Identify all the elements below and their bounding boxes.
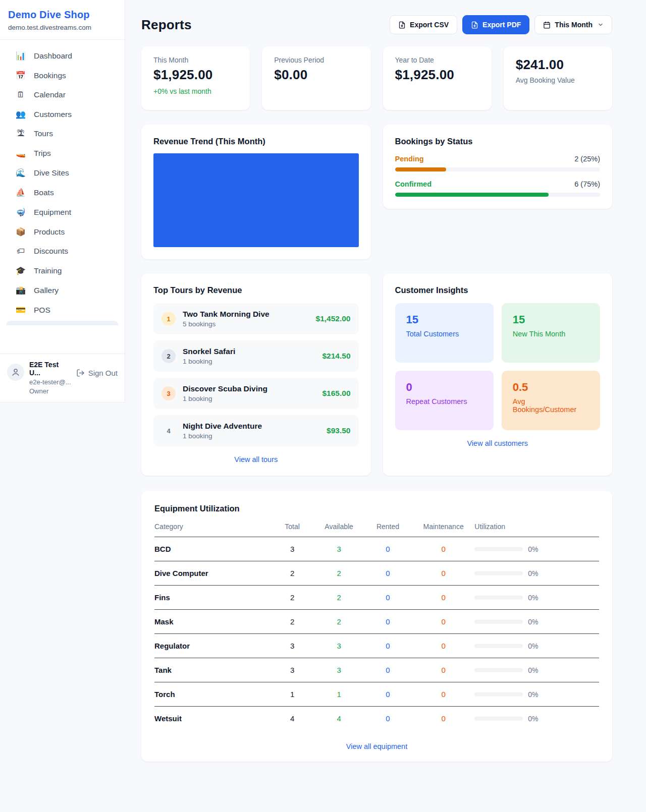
top-tours-card: Top Tours by Revenue 1 Two Tank Morning … xyxy=(141,273,371,476)
calendar-icon xyxy=(543,21,551,29)
sidebar-item-icon: 💳 xyxy=(15,305,26,315)
chevron-down-icon xyxy=(598,22,604,28)
utilization-percent: 0% xyxy=(528,690,538,699)
sidebar-item-icon: 🤿 xyxy=(15,207,26,217)
cell-total: 2 xyxy=(270,561,314,586)
revenue-trend-title: Revenue Trend (This Month) xyxy=(153,137,359,146)
tour-info: Snorkel Safari 1 booking xyxy=(183,347,235,365)
sidebar-item-icon: 📸 xyxy=(15,285,26,295)
sidebar: Demo Dive Shop demo.test.divestreams.com… xyxy=(0,0,125,402)
sidebar-item[interactable]: 🤿 Equipment xyxy=(6,202,119,222)
utilization-bar xyxy=(474,692,523,697)
insight-label: Avg Bookings/Customer xyxy=(513,397,589,414)
tour-bookings: 1 booking xyxy=(183,358,235,365)
sidebar-item-label: Trips xyxy=(34,149,51,158)
cell-available: 3 xyxy=(314,537,363,561)
sidebar-item[interactable]: 🗓 Calendar xyxy=(6,85,119,104)
view-all-equipment-link[interactable]: View all equipment xyxy=(154,742,599,750)
sidebar-item-icon: 🎓 xyxy=(15,266,26,275)
sidebar-item-label: Calendar xyxy=(34,90,66,99)
table-row: Wetsuit 4 4 0 0 0% xyxy=(154,707,599,731)
status-count: 6 (75%) xyxy=(574,180,600,188)
view-all-tours-link[interactable]: View all tours xyxy=(153,455,359,463)
sidebar-item[interactable]: 🌊 Dive Sites xyxy=(6,163,119,183)
tour-row: 1 Two Tank Morning Dive 5 bookings $1,45… xyxy=(153,303,359,334)
tour-bookings: 1 booking xyxy=(183,432,262,440)
column-header-category: Category xyxy=(154,523,270,537)
stat-label: Avg Booking Value xyxy=(516,76,600,84)
cell-rented: 0 xyxy=(363,586,412,610)
sidebar-item-active-peek[interactable] xyxy=(6,321,119,325)
status-progress-track xyxy=(395,193,601,197)
sidebar-item-icon: 📊 xyxy=(15,51,26,61)
tour-rank-badge: 1 xyxy=(162,312,176,326)
export-pdf-label: Export PDF xyxy=(482,21,521,29)
insight-value: 15 xyxy=(513,313,589,326)
sidebar-item-icon: 📅 xyxy=(15,71,26,80)
sidebar-item[interactable]: 📸 Gallery xyxy=(6,280,119,300)
sidebar-item[interactable]: 👥 Customers xyxy=(6,104,119,124)
tour-amount: $93.50 xyxy=(327,426,350,435)
insight-label: New This Month xyxy=(513,330,589,338)
file-download-icon xyxy=(398,21,406,29)
insight-box: 0.5 Avg Bookings/Customer xyxy=(502,371,600,430)
utilization-percent: 0% xyxy=(528,666,538,674)
view-all-customers-link[interactable]: View all customers xyxy=(395,439,601,447)
sidebar-item[interactable]: 📦 Products xyxy=(6,222,119,242)
tour-name: Two Tank Morning Dive xyxy=(183,310,270,319)
sidebar-item[interactable]: 💳 POS xyxy=(6,300,119,320)
column-header-available: Available xyxy=(314,523,363,537)
sidebar-item[interactable]: 🎓 Training xyxy=(6,261,119,280)
sidebar-item[interactable]: 🏝 Tours xyxy=(6,124,119,143)
insight-value: 0 xyxy=(406,381,482,394)
sidebar-item[interactable]: 📊 Dashboard xyxy=(6,46,119,66)
tour-bookings: 5 bookings xyxy=(183,320,270,328)
insight-box: 15 New This Month xyxy=(502,303,600,363)
utilization-percent: 0% xyxy=(528,642,538,650)
stat-value: $1,925.00 xyxy=(153,67,238,83)
sidebar-item-label: Bookings xyxy=(34,71,66,80)
cell-utilization: 0% xyxy=(474,682,599,707)
insight-box: 15 Total Customers xyxy=(395,303,494,363)
cell-maintenance: 0 xyxy=(412,682,474,707)
cell-utilization: 0% xyxy=(474,610,599,634)
user-name: E2E Test U... xyxy=(29,361,71,377)
page-header: Reports Export CSV Export PDF This Month xyxy=(141,15,612,34)
sidebar-item-icon: 🏝 xyxy=(15,129,26,138)
export-pdf-button[interactable]: Export PDF xyxy=(462,15,529,34)
sidebar-item-icon: 🚤 xyxy=(15,148,26,158)
cell-utilization: 0% xyxy=(474,707,599,731)
status-label: Pending xyxy=(395,155,424,163)
sidebar-item[interactable]: 🚤 Trips xyxy=(6,143,119,163)
sidebar-item[interactable]: 🏷 Discounts xyxy=(6,242,119,261)
sidebar-item[interactable]: 📅 Bookings xyxy=(6,66,119,85)
status-progress-fill xyxy=(395,193,549,197)
tour-rank-badge: 3 xyxy=(162,386,176,400)
cell-rented: 0 xyxy=(363,658,412,682)
export-csv-button[interactable]: Export CSV xyxy=(390,15,457,34)
table-row: Fins 2 2 0 0 0% xyxy=(154,586,599,610)
sidebar-item[interactable]: ⛵ Boats xyxy=(6,183,119,202)
utilization-bar xyxy=(474,547,523,551)
utilization-percent: 0% xyxy=(528,594,538,602)
tour-row: 2 Snorkel Safari 1 booking $214.50 xyxy=(153,340,359,372)
stat-cards: This Month $1,925.00 +0% vs last month P… xyxy=(141,46,612,110)
sidebar-item-label: Discounts xyxy=(34,247,68,256)
utilization-bar xyxy=(474,571,523,575)
cell-available: 2 xyxy=(314,561,363,586)
charts-row: Revenue Trend (This Month) Bookings by S… xyxy=(141,125,612,259)
sign-out-button[interactable]: Sign Out xyxy=(76,369,118,377)
tour-info: Night Dive Adventure 1 booking xyxy=(183,422,262,440)
cell-category: Mask xyxy=(154,610,270,634)
column-header-maintenance: Maintenance xyxy=(412,523,474,537)
period-dropdown[interactable]: This Month xyxy=(534,15,612,34)
utilization-percent: 0% xyxy=(528,569,538,577)
cell-utilization: 0% xyxy=(474,634,599,658)
cell-rented: 0 xyxy=(363,634,412,658)
utilization-wrap: 0% xyxy=(474,715,599,723)
insight-label: Repeat Customers xyxy=(406,397,482,405)
column-header-total: Total xyxy=(270,523,314,537)
tour-name: Snorkel Safari xyxy=(183,347,235,356)
sidebar-item-icon: 📦 xyxy=(15,227,26,237)
utilization-percent: 0% xyxy=(528,715,538,723)
